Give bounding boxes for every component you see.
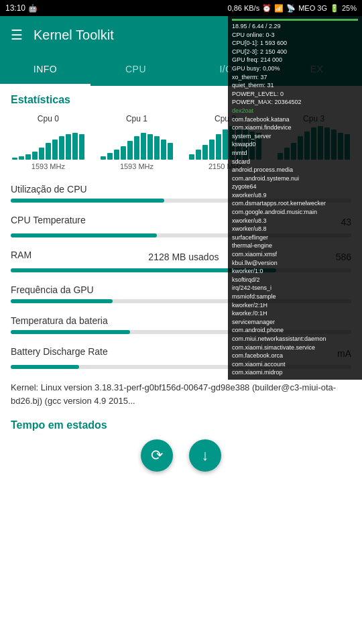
status-wifi-icon: 📶 <box>274 4 284 13</box>
cpu-freq-1: 1593 MHz <box>120 162 154 170</box>
cpu-bar-0-9 <box>72 133 78 160</box>
cpu-bar-1-10 <box>168 143 173 160</box>
cpu-bar-0-3 <box>32 152 38 160</box>
speed-bar <box>232 19 358 21</box>
cpu-label-1: Cpu 1 <box>126 114 147 123</box>
bat-temp-progress-fill <box>11 330 130 334</box>
cpu-bar-2-4 <box>216 134 221 160</box>
cpu-bar-0-0 <box>12 158 17 160</box>
fab-refresh[interactable]: ⟳ <box>141 439 173 472</box>
kernel-label: Kernel: <box>11 382 38 392</box>
cpu-bars-1 <box>101 126 173 160</box>
cpu-temp-progress-fill <box>11 233 157 237</box>
cpu-label-0: Cpu 0 <box>38 114 59 123</box>
cpu-freq-0: 1593 MHz <box>32 162 65 170</box>
status-speed: 0,86 KB/s <box>227 4 259 12</box>
process-list: 18.95 / 6.44 / 2.29CPU online: 0-3CPU[0-… <box>232 22 358 377</box>
status-carrier: MEO 3G <box>298 4 327 12</box>
menu-icon[interactable]: ☰ <box>11 27 23 43</box>
cpu-bar-1-3 <box>121 146 126 160</box>
gpu-freq-progress-fill <box>11 299 113 303</box>
cpu-bar-0-7 <box>59 136 64 160</box>
status-time: 13:10 <box>5 3 25 13</box>
cpu-bar-2-0 <box>189 154 194 160</box>
ram-used: 2128 MB usados <box>148 252 219 262</box>
cpu-bar-1-2 <box>114 150 119 160</box>
cpu-item-0: Cpu 01593 MHz <box>11 114 86 170</box>
cpu-bar-2-5 <box>223 129 228 160</box>
stat-kernel: Kernel: Linux version 3.18.31-perf-g0bf1… <box>11 381 351 407</box>
cpu-bar-0-4 <box>39 148 44 160</box>
cpu-bar-0-2 <box>25 154 31 160</box>
cpu-item-1: Cpu 11593 MHz <box>99 114 174 170</box>
cpu-bar-1-1 <box>107 153 113 160</box>
status-battery-icon: 🔋 <box>330 4 339 13</box>
cpu-bars-0 <box>12 126 84 160</box>
overlay-panel: 18.95 / 6.44 / 2.29CPU online: 0-3CPU[0-… <box>228 16 362 380</box>
fab-download[interactable]: ↓ <box>189 439 221 472</box>
tab-cpu[interactable]: Cpu <box>90 54 181 86</box>
status-right: 0,86 KB/s ⏰ 📶 📡 MEO 3G 🔋 25% <box>227 4 357 13</box>
cpu-bar-0-5 <box>46 143 51 160</box>
cpu-bar-1-7 <box>147 134 153 160</box>
status-signal-icon: 📡 <box>286 4 296 13</box>
status-icon-android: 🤖 <box>28 4 38 13</box>
cpu-bar-0-10 <box>79 134 84 160</box>
cpu-bar-1-5 <box>134 136 139 160</box>
ram-label: RAM <box>11 250 32 260</box>
tab-info[interactable]: Info <box>0 54 90 86</box>
status-alarm-icon: ⏰ <box>262 4 272 13</box>
cpu-temp-label: CPU Temperature <box>11 215 86 225</box>
cpu-bar-2-2 <box>202 145 208 160</box>
cpu-bar-1-4 <box>127 141 133 160</box>
battery-discharge-progress-fill <box>11 365 79 369</box>
battery-discharge-label: Battery Discharge Rate <box>11 346 108 357</box>
status-bar: 13:10 🤖 0,86 KB/s ⏰ 📶 📡 MEO 3G 🔋 25% <box>0 0 362 16</box>
status-battery: 25% <box>342 4 357 12</box>
status-left: 13:10 🤖 <box>5 3 38 13</box>
cpu-bar-1-6 <box>141 133 146 160</box>
cpu-bar-0-8 <box>66 134 71 160</box>
toolbar-title: Kernel Toolkit <box>34 28 114 43</box>
cpu-bar-1-0 <box>101 156 106 160</box>
cpu-bar-1-8 <box>154 136 160 160</box>
cpu-bar-2-1 <box>196 150 201 160</box>
cpu-bar-0-6 <box>52 140 58 160</box>
cpu-bar-0-1 <box>19 156 24 160</box>
fab-row: ⟳ ↓ <box>11 439 351 472</box>
kernel-value: Linux version 3.18.31-perf-g0bf156d-0064… <box>11 382 336 406</box>
cpu-bar-2-3 <box>209 140 215 160</box>
utilizacao-progress-fill <box>11 199 164 203</box>
tempo-title: Tempo em estados <box>11 419 351 431</box>
cpu-bar-1-9 <box>161 140 166 160</box>
